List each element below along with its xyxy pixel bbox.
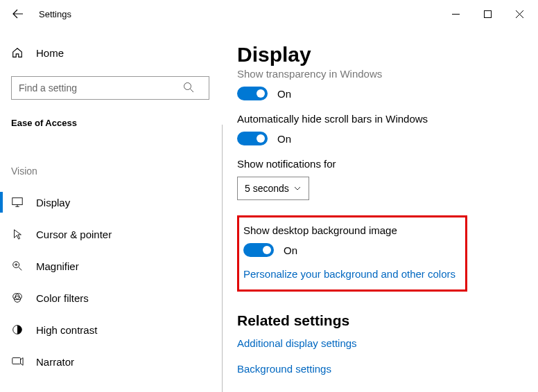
sidebar-item-label: Magnifier bbox=[36, 260, 79, 272]
link-background-settings[interactable]: Background settings bbox=[237, 363, 538, 375]
sidebar-item-narrator[interactable]: Narrator bbox=[0, 346, 211, 377]
notifications-select[interactable]: 5 seconds bbox=[237, 177, 309, 200]
link-additional-display[interactable]: Additional display settings bbox=[237, 337, 538, 349]
maximize-button[interactable] bbox=[471, 3, 503, 25]
window-title: Settings bbox=[39, 9, 71, 19]
sidebar-item-label: Cursor & pointer bbox=[36, 229, 112, 240]
maximize-icon bbox=[484, 10, 492, 18]
sidebar-group-label: Ease of Access bbox=[11, 118, 211, 128]
content: Display Show transparency in Windows On … bbox=[222, 28, 538, 392]
sidebar-subhead-vision: Vision bbox=[11, 166, 211, 177]
svg-rect-8 bbox=[12, 358, 21, 364]
toggle-state: On bbox=[277, 133, 291, 145]
body: Home Ease of Access Vision Display Curso… bbox=[0, 28, 538, 392]
window-controls bbox=[440, 3, 535, 25]
minimize-button[interactable] bbox=[440, 3, 471, 25]
sidebar-item-color-filters[interactable]: Color filters bbox=[0, 282, 211, 314]
highlight-desktop-background: Show desktop background image On Persona… bbox=[237, 215, 467, 292]
home-nav[interactable]: Home bbox=[11, 39, 211, 66]
sidebar-item-high-contrast[interactable]: High contrast bbox=[0, 314, 211, 346]
monitor-icon bbox=[11, 196, 24, 208]
magnifier-icon bbox=[11, 260, 24, 272]
svg-point-1 bbox=[184, 83, 191, 90]
nav: Display Cursor & pointer Magnifier Color… bbox=[11, 186, 211, 377]
home-label: Home bbox=[36, 47, 64, 59]
sidebar-item-magnifier[interactable]: Magnifier bbox=[0, 250, 211, 282]
option-label-notifications: Show notifications for bbox=[237, 158, 538, 170]
minimize-icon bbox=[452, 10, 460, 18]
titlebar: Settings bbox=[0, 0, 538, 28]
toggle-state: On bbox=[284, 244, 297, 256]
toggle-knob bbox=[257, 134, 265, 143]
page-title: Display bbox=[237, 43, 538, 66]
option-transparency: Show transparency in Windows bbox=[237, 68, 538, 80]
sidebar-item-label: Display bbox=[36, 197, 70, 208]
sidebar-item-label: Narrator bbox=[36, 356, 74, 368]
search-row bbox=[11, 76, 211, 100]
select-value: 5 seconds bbox=[245, 183, 289, 194]
toggle-row-transparency: On bbox=[237, 87, 538, 100]
toggle-knob bbox=[257, 89, 265, 98]
scrollbar[interactable] bbox=[534, 152, 537, 388]
toggle-transparency[interactable] bbox=[237, 87, 268, 100]
toggle-row-desktop-bg: On bbox=[243, 243, 455, 257]
arrow-left-icon bbox=[12, 8, 24, 19]
search-input[interactable] bbox=[11, 76, 209, 100]
high-contrast-icon bbox=[11, 323, 24, 336]
svg-rect-2 bbox=[12, 198, 22, 205]
toggle-knob bbox=[263, 246, 271, 254]
home-icon bbox=[11, 46, 24, 59]
sidebar: Home Ease of Access Vision Display Curso… bbox=[0, 28, 222, 392]
back-button[interactable] bbox=[11, 7, 25, 21]
toggle-row-scrollbars: On bbox=[237, 132, 538, 145]
close-button[interactable] bbox=[503, 3, 535, 25]
link-personalize[interactable]: Personalize your background and other co… bbox=[243, 268, 455, 280]
chevron-down-icon bbox=[293, 184, 302, 193]
related-settings-heading: Related settings bbox=[237, 312, 538, 329]
titlebar-left: Settings bbox=[11, 7, 71, 21]
close-icon bbox=[516, 10, 523, 18]
sidebar-item-label: Color filters bbox=[36, 292, 89, 304]
sidebar-item-cursor-pointer[interactable]: Cursor & pointer bbox=[0, 218, 211, 250]
sidebar-item-display[interactable]: Display bbox=[0, 186, 211, 218]
toggle-state: On bbox=[277, 88, 291, 100]
toggle-scrollbars[interactable] bbox=[237, 132, 268, 145]
sidebar-item-label: High contrast bbox=[36, 324, 97, 336]
search-icon bbox=[183, 82, 194, 93]
option-label: Show transparency in Windows bbox=[237, 68, 538, 80]
cursor-icon bbox=[11, 228, 24, 240]
narrator-icon bbox=[11, 355, 24, 368]
svg-point-6 bbox=[15, 296, 21, 302]
svg-rect-0 bbox=[484, 10, 491, 17]
option-label-desktop-bg: Show desktop background image bbox=[243, 224, 455, 236]
option-label-scrollbars: Automatically hide scroll bars in Window… bbox=[237, 113, 538, 125]
color-filters-icon bbox=[11, 292, 24, 304]
toggle-desktop-bg[interactable] bbox=[243, 243, 274, 257]
